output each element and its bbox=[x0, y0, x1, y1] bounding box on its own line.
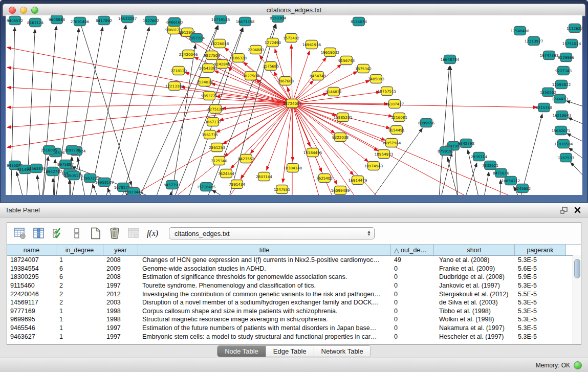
column-header[interactable]: in_degree bbox=[56, 245, 103, 255]
graph-node[interactable]: 2861253 bbox=[209, 143, 225, 152]
graph-node[interactable]: 16671358 bbox=[236, 17, 255, 26]
graph-node[interactable]: 9853771 bbox=[201, 92, 217, 100]
network-canvas[interactable]: 1872400718226058982750910543392212402498… bbox=[6, 15, 582, 195]
graph-node[interactable]: 6466160 bbox=[166, 18, 183, 27]
graph-node[interactable]: 1247551 bbox=[274, 185, 290, 194]
table-row[interactable]: 1872400712008Changes of HCN gene express… bbox=[7, 256, 581, 265]
graph-node[interactable]: 7957224 bbox=[188, 34, 205, 42]
graph-node[interactable]: 1167533 bbox=[558, 154, 574, 162]
graph-node[interactable]: 12213977 bbox=[525, 37, 543, 46]
graph-node[interactable]: 9156743 bbox=[338, 56, 355, 65]
graph-node[interactable]: 17016504 bbox=[554, 140, 573, 148]
table-row[interactable]: 977716911998Corpus callosum shape and si… bbox=[7, 307, 581, 316]
graph-node[interactable]: 9227343 bbox=[555, 67, 572, 75]
graph-node[interactable]: 16961936 bbox=[302, 40, 321, 49]
column-header[interactable]: title bbox=[138, 245, 391, 255]
graph-node[interactable]: 7624544 bbox=[218, 169, 234, 178]
graph-node[interactable]: 9827509 bbox=[204, 51, 220, 60]
graph-node[interactable]: 2718120 bbox=[170, 67, 187, 75]
graph-node[interactable]: 9154491 bbox=[388, 126, 405, 135]
graph-node[interactable]: 9405572 bbox=[7, 16, 23, 25]
graph-node[interactable]: 8799197 bbox=[438, 147, 454, 156]
graph-node[interactable]: 1875342 bbox=[355, 64, 372, 73]
graph-node[interactable]: 8454749 bbox=[310, 72, 326, 80]
graph-node[interactable]: 19747393 bbox=[540, 51, 559, 60]
graph-node[interactable]: 16210643 bbox=[553, 111, 572, 120]
table-row[interactable]: 911546021997Tourette syndrome. Phenomeno… bbox=[7, 281, 581, 290]
graph-node[interactable]: 1112627 bbox=[567, 24, 582, 33]
graph-node[interactable]: 2967608 bbox=[277, 77, 294, 85]
graph-node[interactable]: 8427552 bbox=[238, 155, 254, 163]
graph-node[interactable]: 1216081 bbox=[391, 113, 407, 122]
table-row[interactable]: 1456911722003Disruption of a novel membe… bbox=[7, 298, 581, 307]
graph-node[interactable]: 3561735 bbox=[202, 130, 218, 139]
graph-node[interactable]: 9322038 bbox=[332, 133, 349, 142]
column-header[interactable]: year bbox=[103, 245, 138, 255]
graph-node[interactable]: 8163304 bbox=[270, 15, 286, 23]
table-row[interactable]: 969969511998Structural magnetic resonanc… bbox=[7, 315, 581, 324]
graph-node[interactable]: 9608848 bbox=[49, 15, 65, 24]
graph-node[interactable]: 1572492 bbox=[283, 34, 299, 42]
graph-node[interactable]: 3175685 bbox=[263, 62, 279, 71]
tab-node-table[interactable]: Node Table bbox=[217, 346, 266, 357]
graph-node[interactable]: 1350562 bbox=[540, 88, 556, 97]
graph-node[interactable]: 9975887 bbox=[57, 160, 74, 169]
graph-node[interactable]: 8463124 bbox=[27, 18, 43, 27]
graph-node[interactable]: 11548408 bbox=[511, 27, 530, 35]
graph-node[interactable]: 15751024 bbox=[562, 39, 581, 48]
graph-node[interactable]: 19619032 bbox=[321, 48, 340, 57]
delete-rows-icon[interactable] bbox=[108, 227, 121, 240]
graph-node[interactable]: 8215358 bbox=[536, 103, 552, 112]
column-header[interactable]: name bbox=[7, 245, 56, 255]
graph-node[interactable]: 9146821 bbox=[325, 87, 342, 96]
float-window-icon[interactable] bbox=[560, 207, 568, 214]
show-columns-icon[interactable] bbox=[32, 227, 46, 240]
graph-node[interactable]: 9342798 bbox=[458, 139, 474, 148]
graph-node[interactable]: 7485083 bbox=[368, 75, 384, 83]
graph-node[interactable]: 16533287 bbox=[118, 15, 137, 23]
table-settings-icon[interactable] bbox=[13, 227, 27, 240]
graph-node[interactable]: 1527602 bbox=[143, 16, 159, 25]
tab-network-table[interactable]: Network Table bbox=[314, 346, 371, 357]
graph-node[interactable]: 7625402 bbox=[316, 174, 333, 183]
graph-node[interactable]: 18954923 bbox=[375, 150, 394, 159]
graph-node[interactable]: 7125340 bbox=[211, 157, 227, 165]
table-row[interactable]: 946554611997Estimation of the future num… bbox=[7, 324, 581, 333]
column-header[interactable]: short bbox=[434, 245, 515, 255]
graph-node[interactable]: 3867137 bbox=[205, 118, 221, 126]
graph-node[interactable]: 27691406 bbox=[71, 17, 90, 26]
memory-status-icon[interactable] bbox=[574, 361, 582, 369]
table-row[interactable]: 946362711997Embryonic stem cells: a mode… bbox=[7, 332, 581, 341]
graph-node[interactable]: 9245652 bbox=[514, 184, 531, 193]
scrollbar-thumb[interactable] bbox=[574, 259, 580, 278]
new-document-icon[interactable] bbox=[89, 227, 102, 240]
table-row[interactable]: 1938455462009Genome-wide association stu… bbox=[7, 265, 581, 273]
graph-node[interactable]: 1272490 bbox=[265, 38, 281, 47]
graph-node[interactable]: 15184495 bbox=[303, 148, 322, 157]
graph-node[interactable]: 9457791 bbox=[164, 181, 180, 189]
column-header[interactable]: △ out_de… bbox=[391, 245, 434, 255]
graph-node[interactable]: 16099489 bbox=[331, 186, 350, 195]
close-icon[interactable] bbox=[574, 207, 581, 213]
graph-node[interactable]: 4275120 bbox=[207, 105, 224, 114]
graph-node[interactable]: 2935114 bbox=[471, 152, 487, 161]
column-header[interactable]: pagerank bbox=[515, 245, 566, 255]
graph-node[interactable]: 14957964 bbox=[382, 139, 401, 147]
minimize-window-icon[interactable] bbox=[20, 7, 27, 14]
zoom-window-icon[interactable] bbox=[31, 7, 38, 14]
graph-node[interactable]: 2124024 bbox=[197, 78, 213, 86]
graph-node[interactable]: 18304148 bbox=[284, 164, 302, 172]
graph-node[interactable]: 1891298 bbox=[64, 146, 80, 155]
graph-node[interactable]: 2803144 bbox=[256, 172, 272, 181]
network-window-titlebar[interactable]: citations_edges.txt bbox=[3, 4, 585, 16]
graph-node[interactable]: 16648784 bbox=[441, 55, 460, 64]
graph-node[interactable]: 2206883 bbox=[248, 46, 264, 54]
close-window-icon[interactable] bbox=[9, 7, 16, 14]
tab-edge-table[interactable]: Edge Table bbox=[266, 346, 314, 357]
graph-node[interactable]: 7891434 bbox=[229, 180, 245, 189]
graph-node[interactable]: 12093822 bbox=[552, 80, 571, 89]
graph-node[interactable]: 15885201 bbox=[334, 113, 353, 122]
graph-node[interactable]: 9827504 bbox=[243, 72, 259, 80]
table-source-dropdown[interactable]: citations_edges.txt ▲▼ bbox=[169, 227, 375, 239]
select-all-icon[interactable] bbox=[51, 227, 64, 240]
